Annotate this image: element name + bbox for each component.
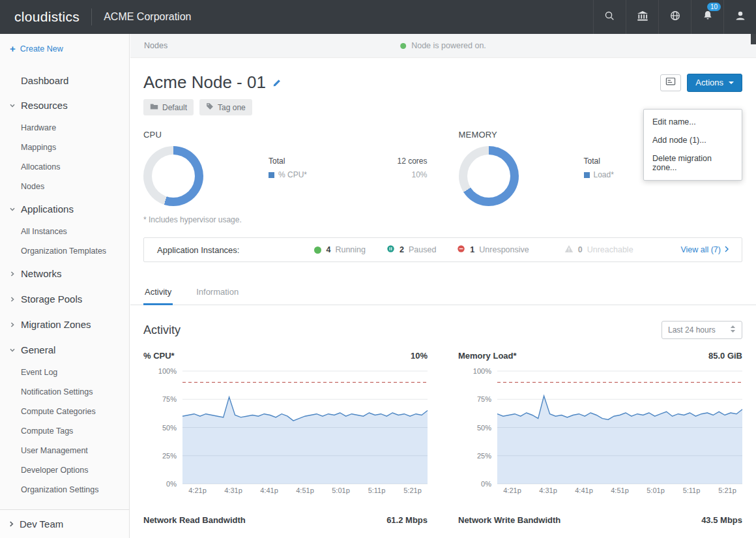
sidebar-item-networks[interactable]: Networks	[0, 261, 129, 286]
cpu-legend: Total % CPU*	[269, 146, 307, 179]
sidebar-item-migration-zones[interactable]: Migration Zones	[0, 312, 129, 337]
view-all-link[interactable]: View all (7)	[680, 245, 729, 254]
paused-count: 2	[400, 245, 404, 254]
chart-plot-area: 4:21p4:31p4:41p4:51p5:01p5:11p5:21p	[497, 371, 742, 484]
status-running: 4 Running	[314, 245, 366, 255]
brand: cloudistics ACME Corporation	[0, 0, 191, 34]
create-new-label: Create New	[20, 44, 63, 53]
sidebar-item-organization-templates[interactable]: Organization Templates	[0, 241, 129, 261]
legend-title: Total	[584, 157, 614, 166]
chart-current-value: 10%	[411, 351, 428, 361]
chevron-down-icon	[9, 347, 21, 353]
menu-item-edit-name[interactable]: Edit name...	[644, 113, 742, 131]
sidebar-group-label: Resources	[21, 100, 68, 111]
sidebar-item-notification-settings[interactable]: Notification Settings	[0, 382, 129, 402]
sidebar-item-allocations[interactable]: Allocations	[0, 157, 129, 177]
charts-row: % CPU* 10% 100%75%50%25%0% 4:21p4:31p4:4…	[143, 351, 742, 484]
content: Acme Node - 01 Actions	[130, 72, 756, 525]
network-read-label: Network Read Bandwidth	[143, 515, 246, 525]
tag-label: Tag one	[218, 103, 246, 112]
network-write-value: 43.5 Mbps	[701, 515, 742, 525]
paused-icon	[386, 245, 395, 255]
node-power-status: Node is powered on.	[400, 41, 486, 50]
running-icon	[314, 247, 321, 254]
cpu-stat-block: CPU Total % CPU* 12 cores 10%	[143, 130, 428, 206]
sidebar-item-resources[interactable]: Resources	[0, 93, 129, 118]
time-range-select[interactable]: Last 24 hours	[662, 321, 742, 339]
breadcrumb[interactable]: Nodes	[144, 41, 167, 50]
topbar: cloudistics ACME Corporation	[0, 0, 756, 34]
support-button[interactable]	[658, 0, 691, 34]
search-icon	[604, 10, 615, 24]
chevron-down-icon	[9, 206, 21, 213]
datacenter-button[interactable]	[626, 0, 658, 34]
subheader: Nodes Node is powered on.	[130, 34, 756, 58]
tag-one[interactable]: Tag one	[199, 99, 252, 115]
console-icon	[665, 77, 676, 89]
activity-header: Activity Last 24 hours	[143, 321, 742, 339]
sidebar-item-dev-team[interactable]: Dev Team	[0, 509, 129, 538]
chevron-right-icon	[9, 271, 21, 277]
title-row: Acme Node - 01 Actions	[143, 72, 742, 93]
account-button[interactable]	[723, 0, 756, 34]
status-unreachable: 0 Unreachable	[564, 245, 633, 255]
sidebar-group-label: Storage Pools	[21, 293, 82, 305]
notifications-button[interactable]: 10	[691, 0, 723, 34]
tab-bar: Activity Information	[130, 280, 756, 305]
chevron-down-icon	[9, 102, 21, 109]
search-button[interactable]	[593, 0, 626, 34]
edit-name-button[interactable]	[272, 78, 282, 87]
sidebar-item-all-instances[interactable]: All Instances	[0, 222, 129, 241]
notification-badge: 10	[707, 3, 721, 11]
sidebar-item-user-management[interactable]: User Management	[0, 441, 129, 460]
sidebar-item-event-log[interactable]: Event Log	[0, 363, 129, 382]
sidebar-item-compute-tags[interactable]: Compute Tags	[0, 421, 129, 441]
running-label: Running	[335, 245, 366, 254]
sidebar-item-storage-pools[interactable]: Storage Pools	[0, 286, 129, 312]
sidebar-item-mappings[interactable]: Mappings	[0, 138, 129, 157]
actions-button-label: Actions	[695, 78, 723, 87]
network-write-label: Network Write Bandwidth	[458, 515, 560, 525]
memory-legend: Total Load*	[584, 146, 614, 179]
sidebar-item-dashboard[interactable]: Dashboard	[0, 68, 129, 93]
chevron-right-icon	[9, 321, 21, 328]
sidebar-item-organization-settings[interactable]: Organization Settings	[0, 480, 129, 500]
tag-label: Default	[162, 103, 187, 112]
sidebar-item-applications[interactable]: Applications	[0, 196, 129, 222]
sidebar-item-hardware[interactable]: Hardware	[0, 118, 129, 138]
menu-item-add-node[interactable]: Add node (1)...	[644, 131, 742, 149]
title-actions: Actions	[660, 74, 742, 92]
chevron-right-icon	[9, 296, 21, 303]
tab-activity[interactable]: Activity	[143, 280, 173, 305]
unreachable-count: 0	[578, 245, 583, 254]
cpu-totals: 12 cores 10%	[397, 146, 427, 179]
y-axis: 100%75%50%25%0%	[143, 371, 182, 484]
actions-button[interactable]: Actions	[687, 74, 742, 92]
tab-information[interactable]: Information	[195, 280, 240, 305]
sidebar-item-nodes[interactable]: Nodes	[0, 177, 129, 196]
scrollbar-thumb[interactable]	[751, 34, 756, 44]
chevron-right-icon	[8, 520, 20, 528]
menu-item-delete-migration-zone[interactable]: Delete migration zone...	[644, 149, 742, 177]
sidebar-item-compute-categories[interactable]: Compute Categories	[0, 402, 129, 421]
sidebar-item-developer-options[interactable]: Developer Options	[0, 460, 129, 480]
sidebar-item-label: Dev Team	[20, 518, 63, 530]
status-paused: 2 Paused	[386, 245, 436, 255]
application-instances-bar: Application Instances: 4 Running 2 Pause…	[143, 237, 742, 262]
status-unresponsive: 1 Unresponsive	[457, 245, 529, 255]
category-tag[interactable]: Default	[143, 99, 194, 115]
unresponsive-label: Unresponsive	[479, 245, 529, 254]
sidebar-group-resources: Resources Hardware Mappings Allocations …	[0, 93, 129, 196]
app-window: cloudistics ACME Corporation	[0, 0, 756, 538]
instance-statuses: 4 Running 2 Paused 1 Unresponsive	[314, 245, 633, 255]
sidebar-group-applications: Applications All Instances Organization …	[0, 196, 129, 261]
sidebar-item-general[interactable]: General	[0, 337, 129, 363]
sidebar-group-label: Applications	[21, 203, 74, 215]
create-new-button[interactable]: + Create New	[0, 34, 129, 59]
console-button[interactable]	[660, 74, 681, 91]
chart-title: % CPU*	[143, 351, 175, 361]
hypervisor-footnote: * Includes hypervisor usage.	[143, 215, 742, 224]
user-icon	[734, 10, 746, 24]
network-read-value: 61.2 Mbps	[386, 515, 428, 525]
cloudistics-logo[interactable]: cloudistics	[14, 9, 80, 25]
